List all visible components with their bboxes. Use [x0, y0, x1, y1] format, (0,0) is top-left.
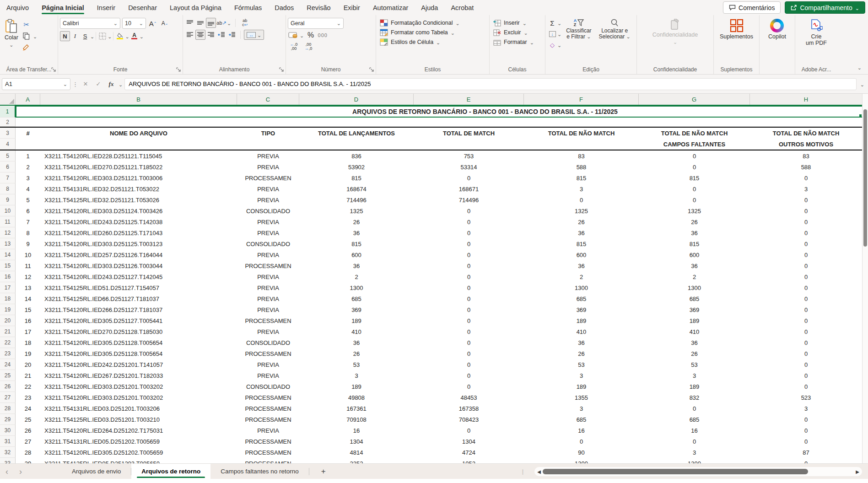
- cell-tipo[interactable]: PROCESSAMEN: [237, 447, 299, 458]
- cell-nao-match-campos-faltantes[interactable]: 1325: [639, 205, 750, 216]
- vertical-scrollbar[interactable]: [862, 94, 868, 463]
- cell-index[interactable]: 5: [16, 194, 40, 205]
- cell-index[interactable]: 14: [16, 293, 40, 304]
- row-header[interactable]: 33: [0, 458, 16, 463]
- cell-nao-match-campos-faltantes[interactable]: 3: [639, 447, 750, 458]
- cell-total-lancamentos[interactable]: 1300: [299, 282, 414, 293]
- cell-tipo[interactable]: CONSOLIDADO: [237, 381, 299, 392]
- row-header[interactable]: 21: [0, 326, 16, 337]
- cell-nao-match-campos-faltantes[interactable]: 410: [639, 326, 750, 337]
- bold-button[interactable]: N: [60, 31, 70, 41]
- column-header-a[interactable]: A: [16, 94, 40, 105]
- orientation-icon[interactable]: ab↗: [216, 18, 226, 28]
- cell-nao-match-outros-motivos[interactable]: 0: [750, 304, 862, 315]
- cell-total-match[interactable]: 48453: [414, 392, 524, 403]
- cell-total-lancamentos[interactable]: 49808: [299, 392, 414, 403]
- cell-nao-match-campos-faltantes[interactable]: 189: [639, 381, 750, 392]
- cell-filename[interactable]: X3211.T54125RL.IED51.D251127.T154057: [40, 282, 237, 293]
- row-header[interactable]: 7: [0, 172, 16, 183]
- cell-nao-match-campos-faltantes[interactable]: 0: [639, 150, 750, 161]
- tab-arquivo[interactable]: Arquivo: [0, 0, 35, 15]
- row-header[interactable]: 29: [0, 414, 16, 425]
- cell-index[interactable]: 1: [16, 150, 40, 161]
- row-header[interactable]: 22: [0, 337, 16, 348]
- cell-nao-match-outros-motivos[interactable]: 0: [750, 227, 862, 238]
- cell-nao-match-outros-motivos[interactable]: 0: [750, 326, 862, 337]
- insert-cells-button[interactable]: Inserir: [493, 19, 543, 27]
- cell-total-match[interactable]: 0: [414, 348, 524, 359]
- cell-total-match[interactable]: 0: [414, 370, 524, 381]
- cell-total-nao-match[interactable]: 588: [524, 161, 639, 172]
- cell-total-nao-match[interactable]: 53: [524, 359, 639, 370]
- cell-tipo[interactable]: PREVIA: [237, 293, 299, 304]
- cell-index[interactable]: 4: [16, 183, 40, 194]
- cell-index[interactable]: 12: [16, 271, 40, 282]
- cell-nao-match-outros-motivos[interactable]: 0: [750, 216, 862, 227]
- cell-filename[interactable]: X3211.T54131RL.IED32.D251121.T053022: [40, 183, 237, 194]
- tab-exibir[interactable]: Exibir: [337, 0, 367, 15]
- autosum-button[interactable]: Σ: [547, 18, 561, 28]
- cell-filename[interactable]: X3211.T54120RL.IED270.D251121.T185022: [40, 161, 237, 172]
- cell-nao-match-campos-faltantes[interactable]: 36: [639, 227, 750, 238]
- cell-nao-match-outros-motivos[interactable]: 0: [750, 337, 862, 348]
- cell-nao-match-campos-faltantes[interactable]: 2: [639, 271, 750, 282]
- column-header-f[interactable]: F: [524, 94, 639, 105]
- cell-tipo[interactable]: PREVIA: [237, 227, 299, 238]
- fill-handle[interactable]: [859, 114, 862, 117]
- expand-formula-bar-icon[interactable]: [858, 80, 866, 88]
- cell-filename[interactable]: X3211.T54120RL.IED303.D251201.T003202: [40, 381, 237, 392]
- cell-tipo[interactable]: PREVIA: [237, 249, 299, 260]
- cell-index[interactable]: 8: [16, 227, 40, 238]
- column-header-h[interactable]: H: [750, 94, 862, 105]
- cell-total-nao-match[interactable]: 0: [524, 436, 639, 447]
- tab-automatizar[interactable]: Automatizar: [367, 0, 415, 15]
- cell-total-nao-match[interactable]: 3: [524, 183, 639, 194]
- row-header[interactable]: 11: [0, 216, 16, 227]
- percent-style-button[interactable]: %: [306, 30, 316, 40]
- column-header-e[interactable]: E: [414, 94, 524, 105]
- cell-styles-button[interactable]: Estilos de Célula: [380, 38, 487, 46]
- cell-total-match[interactable]: 167358: [414, 403, 524, 414]
- cell-total-nao-match[interactable]: 1300: [524, 282, 639, 293]
- cell-index[interactable]: 9: [16, 238, 40, 249]
- cell-total-lancamentos[interactable]: 836: [299, 150, 414, 161]
- row-header[interactable]: 25: [0, 370, 16, 381]
- formula-bar-grip[interactable]: [72, 80, 78, 88]
- cell-filename[interactable]: X3211.T54125RL.IED66.D251127.T181037: [40, 293, 237, 304]
- cell-nao-match-outros-motivos[interactable]: 87: [750, 447, 862, 458]
- cell-total-nao-match[interactable]: 26: [524, 216, 639, 227]
- cell-nao-match-outros-motivos[interactable]: 0: [750, 414, 862, 425]
- chevron-down-icon[interactable]: [108, 32, 112, 40]
- cell-tipo[interactable]: PROCESSAMEN: [237, 403, 299, 414]
- cell-index[interactable]: 19: [16, 348, 40, 359]
- cell-index[interactable]: 11: [16, 260, 40, 271]
- italic-button[interactable]: I: [70, 31, 80, 41]
- cell-nao-match-outros-motivos[interactable]: 0: [750, 425, 862, 436]
- cell-total-lancamentos[interactable]: 16: [299, 425, 414, 436]
- decrease-font-size-button[interactable]: A⌄: [160, 18, 170, 28]
- cell-tipo[interactable]: PROCESSAMEN: [237, 458, 299, 463]
- cell-index[interactable]: 23: [16, 392, 40, 403]
- font-family-select[interactable]: Calibri: [60, 18, 120, 29]
- cell-nao-match-outros-motivos[interactable]: 83: [750, 150, 862, 161]
- row-header[interactable]: 10: [0, 205, 16, 216]
- cell-tipo[interactable]: CONSOLIDADO: [237, 238, 299, 249]
- cell-total-nao-match[interactable]: 685: [524, 293, 639, 304]
- cell-total-match[interactable]: 0: [414, 326, 524, 337]
- cell-total-match[interactable]: 0: [414, 282, 524, 293]
- cell-total-match[interactable]: 1052: [414, 458, 524, 463]
- cell-tipo[interactable]: PREVIA: [237, 216, 299, 227]
- row-header[interactable]: 2: [0, 118, 16, 127]
- cell-total-match[interactable]: 708423: [414, 414, 524, 425]
- copy-icon[interactable]: [21, 31, 32, 41]
- conditional-formatting-button[interactable]: Formatação Condicional: [380, 19, 487, 27]
- cell-total-lancamentos[interactable]: 2: [299, 271, 414, 282]
- cell-filename[interactable]: X3211.T54120RL.IED257.D251126.T164044: [40, 249, 237, 260]
- cell-tipo[interactable]: PROCESSAMEN: [237, 392, 299, 403]
- format-painter-icon[interactable]: [21, 43, 32, 53]
- formula-input[interactable]: ARQUIVOS DE RETORNO BANCÁRIO - BANCO 001…: [124, 78, 857, 90]
- cell-nao-match-outros-motivos[interactable]: 0: [750, 249, 862, 260]
- cell-total-match[interactable]: 714496: [414, 194, 524, 205]
- cell-total-match[interactable]: 0: [414, 271, 524, 282]
- cell-total-match[interactable]: 0: [414, 425, 524, 436]
